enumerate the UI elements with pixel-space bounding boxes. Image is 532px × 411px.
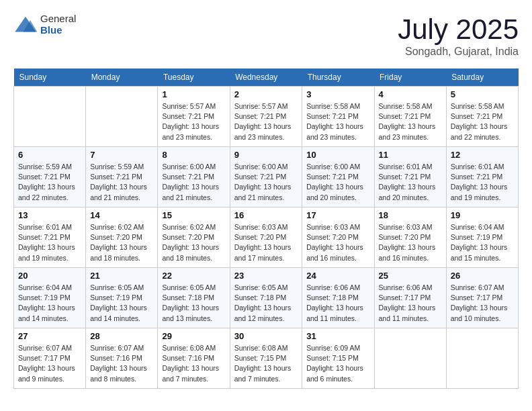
calendar-cell <box>374 328 446 389</box>
calendar-cell: 20Sunrise: 6:04 AM Sunset: 7:19 PM Dayli… <box>14 268 86 328</box>
day-number: 20 <box>18 271 81 281</box>
day-number: 2 <box>234 89 298 99</box>
day-info: Sunrise: 6:09 AM Sunset: 7:15 PM Dayligh… <box>306 343 369 384</box>
weekday-wednesday: Wednesday <box>230 68 302 87</box>
day-info: Sunrise: 6:06 AM Sunset: 7:17 PM Dayligh… <box>379 283 442 324</box>
day-info: Sunrise: 5:57 AM Sunset: 7:21 PM Dayligh… <box>234 101 298 142</box>
day-info: Sunrise: 6:05 AM Sunset: 7:18 PM Dayligh… <box>234 283 298 324</box>
calendar-cell: 24Sunrise: 6:06 AM Sunset: 7:18 PM Dayli… <box>302 268 374 328</box>
calendar-week-3: 13Sunrise: 6:01 AM Sunset: 7:21 PM Dayli… <box>14 208 519 268</box>
calendar-week-2: 6Sunrise: 5:59 AM Sunset: 7:21 PM Daylig… <box>14 147 519 208</box>
title-block: July 2025 Songadh, Gujarat, India <box>398 13 519 58</box>
day-info: Sunrise: 6:07 AM Sunset: 7:17 PM Dayligh… <box>18 343 81 384</box>
calendar-cell: 9Sunrise: 6:00 AM Sunset: 7:21 PM Daylig… <box>230 147 302 208</box>
calendar-cell: 19Sunrise: 6:04 AM Sunset: 7:19 PM Dayli… <box>446 208 518 268</box>
calendar-cell: 14Sunrise: 6:02 AM Sunset: 7:20 PM Dayli… <box>86 208 158 268</box>
day-number: 17 <box>306 210 369 220</box>
day-info: Sunrise: 5:59 AM Sunset: 7:21 PM Dayligh… <box>90 162 153 203</box>
day-number: 6 <box>18 150 81 160</box>
logo: General Blue <box>13 13 76 36</box>
weekday-tuesday: Tuesday <box>158 68 230 87</box>
day-number: 3 <box>306 89 369 99</box>
calendar-cell: 15Sunrise: 6:02 AM Sunset: 7:20 PM Dayli… <box>158 208 230 268</box>
calendar-cell: 31Sunrise: 6:09 AM Sunset: 7:15 PM Dayli… <box>302 328 374 389</box>
calendar-week-5: 27Sunrise: 6:07 AM Sunset: 7:17 PM Dayli… <box>14 328 519 389</box>
day-number: 22 <box>162 271 225 281</box>
day-info: Sunrise: 6:07 AM Sunset: 7:17 PM Dayligh… <box>451 283 514 324</box>
day-number: 10 <box>306 150 369 160</box>
logo-general: General <box>40 13 76 24</box>
day-info: Sunrise: 6:07 AM Sunset: 7:16 PM Dayligh… <box>90 343 153 384</box>
calendar-cell: 11Sunrise: 6:01 AM Sunset: 7:21 PM Dayli… <box>374 147 446 208</box>
day-number: 29 <box>162 331 225 341</box>
day-info: Sunrise: 6:03 AM Sunset: 7:20 PM Dayligh… <box>306 222 369 263</box>
weekday-sunday: Sunday <box>14 68 86 87</box>
day-number: 8 <box>162 150 225 160</box>
day-number: 9 <box>234 150 298 160</box>
day-info: Sunrise: 6:00 AM Sunset: 7:21 PM Dayligh… <box>306 162 369 203</box>
calendar-cell: 4Sunrise: 5:58 AM Sunset: 7:21 PM Daylig… <box>374 87 446 147</box>
calendar-cell <box>86 87 158 147</box>
day-info: Sunrise: 6:03 AM Sunset: 7:20 PM Dayligh… <box>234 222 298 263</box>
day-number: 18 <box>379 210 442 220</box>
logo-icon <box>13 15 38 34</box>
day-number: 13 <box>18 210 81 220</box>
day-info: Sunrise: 6:05 AM Sunset: 7:18 PM Dayligh… <box>162 283 225 324</box>
day-number: 14 <box>90 210 153 220</box>
day-info: Sunrise: 6:04 AM Sunset: 7:19 PM Dayligh… <box>451 222 514 263</box>
day-info: Sunrise: 6:00 AM Sunset: 7:21 PM Dayligh… <box>162 162 225 203</box>
calendar-cell: 28Sunrise: 6:07 AM Sunset: 7:16 PM Dayli… <box>86 328 158 389</box>
weekday-saturday: Saturday <box>446 68 518 87</box>
calendar-cell: 10Sunrise: 6:00 AM Sunset: 7:21 PM Dayli… <box>302 147 374 208</box>
weekday-friday: Friday <box>374 68 446 87</box>
calendar-cell: 17Sunrise: 6:03 AM Sunset: 7:20 PM Dayli… <box>302 208 374 268</box>
calendar-cell: 29Sunrise: 6:08 AM Sunset: 7:16 PM Dayli… <box>158 328 230 389</box>
logo-text: General Blue <box>40 13 76 36</box>
calendar-body: 1Sunrise: 5:57 AM Sunset: 7:21 PM Daylig… <box>14 87 519 389</box>
day-number: 27 <box>18 331 81 341</box>
calendar-title: July 2025 <box>398 13 519 46</box>
calendar-cell: 2Sunrise: 5:57 AM Sunset: 7:21 PM Daylig… <box>230 87 302 147</box>
calendar-cell: 3Sunrise: 5:58 AM Sunset: 7:21 PM Daylig… <box>302 87 374 147</box>
day-number: 26 <box>451 271 514 281</box>
day-number: 24 <box>306 271 369 281</box>
calendar-cell <box>14 87 86 147</box>
day-info: Sunrise: 6:00 AM Sunset: 7:21 PM Dayligh… <box>234 162 298 203</box>
day-info: Sunrise: 6:02 AM Sunset: 7:20 PM Dayligh… <box>162 222 225 263</box>
calendar-cell: 13Sunrise: 6:01 AM Sunset: 7:21 PM Dayli… <box>14 208 86 268</box>
calendar-cell: 8Sunrise: 6:00 AM Sunset: 7:21 PM Daylig… <box>158 147 230 208</box>
calendar-cell: 12Sunrise: 6:01 AM Sunset: 7:21 PM Dayli… <box>446 147 518 208</box>
calendar-cell: 16Sunrise: 6:03 AM Sunset: 7:20 PM Dayli… <box>230 208 302 268</box>
day-number: 15 <box>162 210 225 220</box>
day-info: Sunrise: 6:03 AM Sunset: 7:20 PM Dayligh… <box>379 222 442 263</box>
day-number: 7 <box>90 150 153 160</box>
logo-blue: Blue <box>40 24 62 36</box>
calendar-cell: 22Sunrise: 6:05 AM Sunset: 7:18 PM Dayli… <box>158 268 230 328</box>
day-number: 1 <box>162 89 225 99</box>
calendar-cell: 30Sunrise: 6:08 AM Sunset: 7:15 PM Dayli… <box>230 328 302 389</box>
calendar-cell: 26Sunrise: 6:07 AM Sunset: 7:17 PM Dayli… <box>446 268 518 328</box>
calendar-cell: 21Sunrise: 6:05 AM Sunset: 7:19 PM Dayli… <box>86 268 158 328</box>
day-number: 4 <box>379 89 442 99</box>
day-info: Sunrise: 5:58 AM Sunset: 7:21 PM Dayligh… <box>451 101 514 142</box>
day-info: Sunrise: 6:08 AM Sunset: 7:16 PM Dayligh… <box>162 343 225 384</box>
calendar-location: Songadh, Gujarat, India <box>398 46 519 58</box>
day-info: Sunrise: 6:05 AM Sunset: 7:19 PM Dayligh… <box>90 283 153 324</box>
weekday-monday: Monday <box>86 68 158 87</box>
day-info: Sunrise: 6:01 AM Sunset: 7:21 PM Dayligh… <box>18 222 81 263</box>
page-header: General Blue July 2025 Songadh, Gujarat,… <box>13 13 519 58</box>
day-info: Sunrise: 6:02 AM Sunset: 7:20 PM Dayligh… <box>90 222 153 263</box>
day-number: 5 <box>451 89 514 99</box>
day-number: 31 <box>306 331 369 341</box>
day-info: Sunrise: 6:01 AM Sunset: 7:21 PM Dayligh… <box>379 162 442 203</box>
calendar-cell <box>446 328 518 389</box>
calendar-cell: 5Sunrise: 5:58 AM Sunset: 7:21 PM Daylig… <box>446 87 518 147</box>
calendar-cell: 18Sunrise: 6:03 AM Sunset: 7:20 PM Dayli… <box>374 208 446 268</box>
day-number: 25 <box>379 271 442 281</box>
day-number: 28 <box>90 331 153 341</box>
day-info: Sunrise: 5:58 AM Sunset: 7:21 PM Dayligh… <box>306 101 369 142</box>
day-info: Sunrise: 5:57 AM Sunset: 7:21 PM Dayligh… <box>162 101 225 142</box>
calendar-cell: 1Sunrise: 5:57 AM Sunset: 7:21 PM Daylig… <box>158 87 230 147</box>
calendar-week-1: 1Sunrise: 5:57 AM Sunset: 7:21 PM Daylig… <box>14 87 519 147</box>
calendar-cell: 27Sunrise: 6:07 AM Sunset: 7:17 PM Dayli… <box>14 328 86 389</box>
